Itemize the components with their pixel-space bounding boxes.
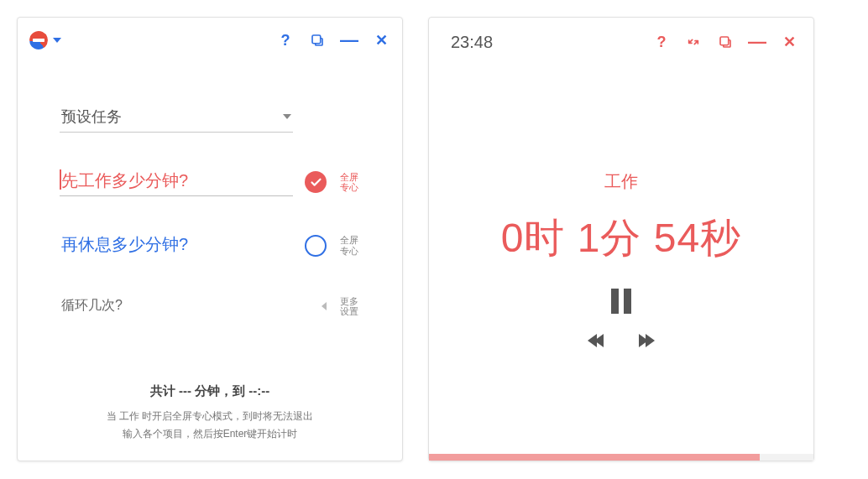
seek-controls (588, 334, 655, 347)
progress-bar[interactable] (429, 454, 813, 461)
svg-rect-0 (312, 35, 321, 44)
pause-button[interactable] (611, 289, 631, 314)
footer: 共计 --- 分钟，到 --:-- 当 工作 时开启全屏专心模式，到时将无法退出… (18, 383, 402, 461)
titlebar-left (29, 31, 61, 49)
help-icon[interactable]: ? (276, 31, 295, 49)
titlebar: 23:48 ? — ✕ (429, 18, 813, 56)
hint-line-1: 当 工作 时开启全屏专心模式，到时将无法退出 (18, 408, 402, 426)
forward-button[interactable] (639, 334, 655, 347)
timer-window: 23:48 ? — ✕ 工作 0时 1分 54秒 (428, 17, 814, 461)
setup-form: 预设任务 全屏 专心 全屏 专心 (18, 56, 402, 383)
help-icon[interactable]: ? (652, 33, 671, 51)
hint-line-2: 输入各个项目，然后按Enter键开始计时 (18, 425, 402, 444)
svg-rect-1 (720, 37, 729, 45)
collapse-caret-icon[interactable] (322, 302, 327, 310)
rewind-button[interactable] (588, 334, 604, 347)
clock-time: 23:48 (451, 33, 493, 52)
minimize-icon[interactable]: — (748, 33, 766, 51)
loop-count-input[interactable] (60, 294, 310, 318)
setup-window: ? — ✕ 预设任务 (17, 17, 403, 461)
preset-label: 预设任务 (61, 107, 122, 127)
pause-icon (611, 289, 619, 314)
check-icon (310, 176, 322, 189)
titlebar: ? — ✕ (18, 18, 402, 56)
titlebar-right: ? — ✕ (276, 31, 390, 49)
rest-fullscreen-toggle[interactable] (305, 235, 327, 257)
close-icon[interactable]: ✕ (780, 33, 798, 51)
forward-icon (646, 334, 655, 347)
minimize-icon[interactable]: — (340, 31, 358, 49)
work-fullscreen-toggle[interactable] (305, 171, 327, 193)
compact-icon[interactable] (684, 33, 703, 51)
progress-fill (429, 454, 760, 461)
preset-row: 预设任务 (60, 103, 360, 133)
dropdown-caret-icon (283, 114, 291, 119)
work-row: 全屏 专心 (60, 168, 360, 196)
rest-minutes-input[interactable] (60, 232, 293, 259)
work-minutes-input[interactable] (60, 168, 293, 196)
app-logo-icon[interactable] (26, 28, 50, 52)
rest-fullscreen-label: 全屏 专心 (338, 235, 360, 255)
menu-caret-icon[interactable] (53, 38, 61, 43)
rest-row: 全屏 专心 (60, 232, 360, 259)
loop-row: 更多 设置 (60, 294, 360, 318)
mode-label: 工作 (604, 170, 638, 193)
more-settings-label[interactable]: 更多 设置 (338, 296, 360, 316)
titlebar-right: ? — ✕ (652, 33, 798, 51)
popout-icon[interactable] (716, 33, 735, 51)
close-icon[interactable]: ✕ (372, 31, 390, 49)
timer-readout: 0时 1分 54秒 (501, 211, 741, 265)
pause-icon (624, 289, 631, 314)
preset-dropdown[interactable]: 预设任务 (60, 103, 293, 133)
timer-display: 工作 0时 1分 54秒 (429, 56, 813, 461)
total-line: 共计 --- 分钟，到 --:-- (18, 383, 402, 399)
work-fullscreen-label: 全屏 专心 (338, 172, 360, 192)
popout-icon[interactable] (308, 31, 327, 49)
rewind-icon (594, 334, 604, 347)
text-cursor (60, 169, 61, 190)
